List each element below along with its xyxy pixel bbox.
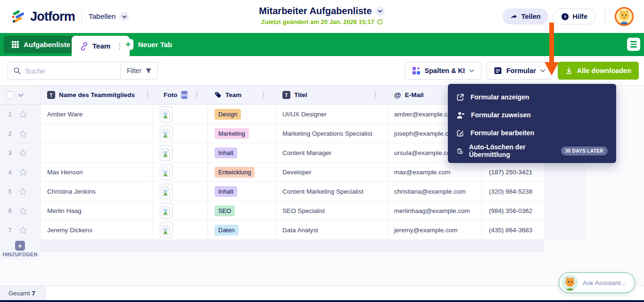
star-favorite-icon[interactable] (19, 207, 27, 215)
foto-cell[interactable] (153, 201, 208, 220)
star-favorite-icon[interactable] (19, 168, 27, 176)
star-favorite-icon[interactable] (19, 188, 27, 196)
name-cell[interactable]: Christina Jenkins (41, 182, 153, 201)
foto-cell[interactable] (153, 163, 208, 182)
table-row: 7 Jeremy Dickens Daten Data Analyst jere… (0, 220, 585, 240)
filter-button[interactable]: Filter (121, 62, 157, 79)
bottom-edge-strip (0, 300, 644, 302)
add-row-band: + HINZUFÜGEN (0, 240, 585, 260)
team-cell[interactable]: Entwicklung (208, 163, 276, 182)
menu-item-auto-delete-submission[interactable]: Auto-Löschen der Übermittlung 30 DAYS LA… (448, 142, 616, 160)
title-cell[interactable]: SEO Specialist (276, 201, 388, 220)
image-thumbnail-icon[interactable] (160, 164, 173, 180)
search-input[interactable] (21, 67, 121, 75)
menu-item-label: Formular bearbeiten (471, 129, 534, 137)
last-modified: Zuletzt geändert am 20 Jan. 2026 15:17 (259, 18, 385, 25)
star-favorite-icon[interactable] (19, 149, 27, 157)
title-cell[interactable]: Content Manager (276, 143, 388, 163)
select-all-checkbox[interactable] (7, 91, 14, 99)
tab-aufgabenliste[interactable]: Aufgabenliste (4, 36, 78, 53)
new-tab-button[interactable]: + Neuer Tab (123, 36, 172, 53)
star-favorite-icon[interactable] (19, 110, 27, 118)
foto-cell[interactable] (153, 105, 208, 124)
form-button[interactable]: Formular (487, 62, 553, 80)
add-column-area (545, 182, 585, 201)
column-header-team[interactable]: Team ⋮ (208, 86, 276, 104)
image-thumbnail-icon[interactable] (160, 184, 173, 199)
table-row: 6 Merlin Haag SEO SEO Specialist merlinh… (0, 201, 585, 220)
email-cell[interactable]: jeremy@example.com (388, 220, 482, 240)
team-cell[interactable]: Inhalt (208, 143, 276, 163)
title-cell[interactable]: UI/UX Designer (276, 105, 388, 124)
foto-cell[interactable] (153, 182, 208, 201)
row-number: 6 (7, 207, 13, 214)
user-avatar[interactable] (615, 7, 634, 26)
title-cell[interactable]: Marketing Operations Specialist (276, 124, 388, 143)
column-resize-icon[interactable] (181, 91, 188, 99)
image-thumbnail-icon[interactable] (160, 106, 173, 122)
name-cell[interactable]: Jeremy Dickens (41, 220, 153, 240)
email-cell[interactable]: max@example.com (388, 163, 482, 182)
download-all-button[interactable]: Alle downloaden (558, 62, 639, 80)
team-cell[interactable]: SEO (208, 201, 276, 220)
columns-ai-button[interactable]: Spalten & KI (405, 62, 481, 80)
star-favorite-icon[interactable] (19, 130, 27, 138)
phone-cell[interactable]: (984) 356-0362 (482, 201, 545, 220)
name-cell[interactable]: Max Henson (41, 163, 153, 182)
team-cell[interactable]: Inhalt (208, 182, 276, 201)
image-thumbnail-icon[interactable] (160, 145, 173, 161)
share-button[interactable]: Teilen (503, 8, 548, 24)
tab-label: Aufgabenliste (24, 41, 70, 49)
column-kebab-icon[interactable]: ⋮ (191, 91, 202, 99)
column-header-titel[interactable]: T Titel ⋮ (276, 86, 388, 104)
column-kebab-icon[interactable]: ⋮ (142, 91, 153, 99)
phone-cell[interactable]: (187) 250-3421 (482, 163, 545, 182)
team-cell[interactable]: Design (208, 105, 276, 124)
name-cell[interactable]: Amber Ware (41, 105, 153, 124)
add-column-area (545, 201, 585, 220)
table-row: 4 Max Henson Entwicklung Developer max@e… (0, 163, 585, 182)
column-header-name[interactable]: T Name des Teammitglieds ⋮ (41, 86, 153, 104)
name-cell[interactable] (41, 143, 153, 163)
product-switcher[interactable]: Tabellen (89, 12, 129, 21)
image-thumbnail-icon[interactable] (160, 203, 173, 219)
menu-item-assign-form[interactable]: Formular zuweisen (448, 106, 616, 124)
title-chevron-icon[interactable] (376, 7, 385, 16)
image-thumbnail-icon[interactable] (160, 222, 173, 238)
phone-cell[interactable]: (435) 864-3683 (482, 220, 545, 240)
add-row-button[interactable]: + HINZUFÜGEN (0, 240, 41, 260)
title-cell[interactable]: Content Marketing Specialist (276, 182, 388, 201)
help-button[interactable]: ? Hilfe (553, 8, 595, 24)
tab-team[interactable]: Team ⋮ (72, 36, 130, 56)
foto-cell[interactable] (153, 124, 208, 143)
email-cell[interactable]: merlinhaag@example.com (388, 201, 482, 220)
at-icon: @ (394, 91, 401, 99)
menu-item-edit-form[interactable]: Formular bearbeiten (448, 124, 616, 142)
tabs-menu-button[interactable] (627, 38, 640, 51)
jotform-logo[interactable]: Jotform (11, 9, 75, 24)
foto-cell[interactable] (153, 220, 208, 240)
add-row-strip[interactable] (41, 240, 545, 252)
image-thumbnail-icon[interactable] (160, 126, 173, 141)
ask-assistant-button[interactable]: Ask Assistant... (559, 272, 635, 293)
team-cell[interactable]: Daten (208, 220, 276, 240)
search-icon (8, 67, 21, 75)
column-header-foto[interactable]: Foto ⋮ (153, 86, 208, 104)
star-favorite-icon[interactable] (19, 226, 27, 234)
name-cell[interactable] (41, 124, 153, 143)
column-kebab-icon[interactable]: ⋮ (258, 91, 269, 99)
phone-cell[interactable]: (320) 984-5238 (482, 182, 545, 201)
team-cell[interactable]: Marketing (208, 124, 276, 143)
email-cell[interactable]: christiana@example.com (388, 182, 482, 201)
title-cell[interactable]: Developer (276, 163, 388, 182)
menu-item-view-form[interactable]: Formular anzeigen (448, 88, 616, 106)
share-icon (510, 13, 518, 20)
name-cell[interactable]: Merlin Haag (41, 201, 153, 220)
header-divider (82, 10, 82, 23)
chevron-down-icon (120, 12, 129, 21)
row-head-cell: 2 (0, 124, 41, 143)
title-cell[interactable]: Data Analyst (276, 220, 388, 240)
foto-cell[interactable] (153, 143, 208, 163)
select-menu-chevron-icon[interactable] (18, 93, 24, 97)
column-kebab-icon[interactable]: ⋮ (370, 91, 380, 99)
